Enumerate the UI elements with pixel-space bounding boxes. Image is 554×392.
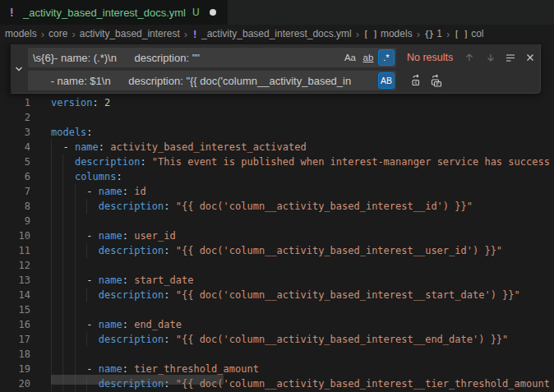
code-line[interactable]: 7 - name: id: [0, 184, 554, 199]
unsaved-changes-dot[interactable]: [210, 9, 216, 16]
indent-guide: [75, 228, 76, 243]
breadcrumb-item[interactable]: models: [5, 28, 37, 39]
breadcrumb-item[interactable]: {}1: [424, 28, 442, 39]
indent-guide: [75, 332, 76, 347]
code-line[interactable]: 1version: 2: [0, 95, 554, 110]
line-content: description: "{{ doc('column__activity_b…: [51, 332, 554, 347]
find-input[interactable]: [28, 48, 396, 67]
breadcrumb-item[interactable]: activity_based_interest: [80, 28, 180, 39]
code-line[interactable]: 3models:: [0, 125, 554, 140]
indent-guide: [62, 214, 63, 228]
line-number: 13: [0, 273, 30, 288]
indent-guide: [62, 184, 63, 199]
tab-filename: _activity_based_interest_docs.yml: [23, 7, 186, 19]
line-number: 1: [0, 95, 30, 110]
find-in-selection-button[interactable]: [502, 49, 519, 66]
code-line[interactable]: 12: [0, 258, 554, 273]
code-line[interactable]: 17 description: "{{ doc('column__activit…: [0, 332, 554, 347]
horizontal-scrollbar[interactable]: [51, 375, 224, 385]
line-content: - name: end_date: [51, 317, 554, 332]
code-editor[interactable]: 1version: 223models:4 - name: activity_b…: [0, 43, 554, 392]
regex-toggle[interactable]: .*: [378, 49, 395, 66]
line-number: 2: [0, 110, 30, 125]
vscode-window: ! _activity_based_interest_docs.yml U mo…: [0, 0, 554, 392]
preserve-case-toggle[interactable]: AB: [378, 72, 395, 89]
line-number: 3: [0, 125, 30, 140]
line-content: - name: id: [51, 184, 554, 199]
line-content: description: "{{ doc('column__activity_b…: [51, 243, 554, 258]
close-find-widget-button[interactable]: [522, 49, 538, 66]
find-results-status: No results: [407, 48, 453, 67]
symbol-object-icon: {}: [424, 29, 433, 39]
line-content: - name: user_id: [51, 228, 554, 243]
indent-guide: [62, 273, 63, 288]
replace-input-box: AB: [28, 71, 396, 90]
indent-guide: [75, 288, 76, 302]
replace-input[interactable]: [28, 71, 396, 90]
code-line[interactable]: 16 - name: end_date: [0, 317, 554, 332]
code-line[interactable]: 2: [0, 110, 554, 125]
line-content: - name: activity_based_interest_activate…: [51, 140, 554, 154]
indent-guide: [62, 347, 63, 362]
indent-guide: [51, 214, 52, 228]
indent-guide: [51, 169, 52, 184]
breadcrumb-item[interactable]: [ ]models: [363, 28, 413, 39]
line-content: [51, 347, 554, 362]
indent-guide: [62, 332, 63, 347]
indent-guide: [51, 199, 52, 214]
toggle-replace-button[interactable]: [11, 44, 26, 93]
breadcrumb-item[interactable]: core: [48, 28, 67, 39]
indent-guide: [51, 273, 52, 288]
code-line[interactable]: 13 - name: start_date: [0, 273, 554, 288]
code-line[interactable]: 6 columns:: [0, 169, 554, 184]
indent-guide: [86, 199, 87, 214]
code-line[interactable]: 9: [0, 214, 554, 228]
arrow-down-icon: [485, 52, 496, 63]
code-line[interactable]: 14 description: "{{ doc('column__activit…: [0, 288, 554, 302]
find-in-selection-icon: [505, 52, 516, 63]
indent-guide: [51, 347, 52, 362]
line-number: 9: [0, 214, 30, 228]
breadcrumb-separator: ›: [184, 28, 187, 40]
line-number: 4: [0, 140, 30, 154]
breadcrumb-item[interactable]: !_activity_based_interest_docs.yml: [192, 28, 352, 40]
breadcrumb-label: models: [381, 28, 413, 39]
code-line[interactable]: 8 description: "{{ doc('column__activity…: [0, 199, 554, 214]
breadcrumb-label: _activity_based_interest_docs.yml: [201, 28, 352, 39]
indent-guide: [62, 169, 63, 184]
replace-all-button[interactable]: [428, 72, 445, 89]
code-line[interactable]: 11 description: "{{ doc('column__activit…: [0, 243, 554, 258]
breadcrumb-label: models: [5, 28, 37, 39]
replace-all-icon: [430, 74, 443, 87]
indent-guide: [51, 332, 52, 347]
code-line[interactable]: 4 - name: activity_based_interest_activa…: [0, 140, 554, 154]
breadcrumb-item[interactable]: [ ]col: [454, 28, 483, 39]
code-line[interactable]: 10 - name: user_id: [0, 228, 554, 243]
breadcrumb-label: 1: [436, 28, 442, 39]
match-case-toggle[interactable]: Aa: [342, 49, 358, 66]
indent-guide: [51, 154, 52, 169]
indent-guide: [75, 258, 76, 273]
code-line[interactable]: 5 description: "This event is published …: [0, 154, 554, 169]
next-match-button[interactable]: [482, 49, 499, 66]
line-number: 5: [0, 154, 30, 169]
indent-guide: [75, 199, 76, 214]
previous-match-button[interactable]: [461, 49, 478, 66]
code-line[interactable]: 15: [0, 302, 554, 317]
line-content: [51, 302, 554, 317]
line-number: 14: [0, 288, 30, 302]
yaml-icon: !: [192, 28, 198, 40]
line-content: version: 2: [51, 95, 554, 110]
replace-button[interactable]: [409, 72, 425, 89]
code-line[interactable]: 18: [0, 347, 554, 362]
line-number: 12: [0, 258, 30, 273]
line-content: [51, 258, 554, 273]
indent-guide: [62, 154, 63, 169]
editor-tab[interactable]: ! _activity_based_interest_docs.yml U: [0, 0, 228, 25]
indent-guide: [75, 184, 76, 199]
indent-guide: [51, 243, 52, 258]
line-content: models:: [51, 125, 554, 140]
line-number: 11: [0, 243, 30, 258]
line-number: 19: [0, 362, 30, 376]
whole-word-toggle[interactable]: ab: [360, 49, 376, 66]
